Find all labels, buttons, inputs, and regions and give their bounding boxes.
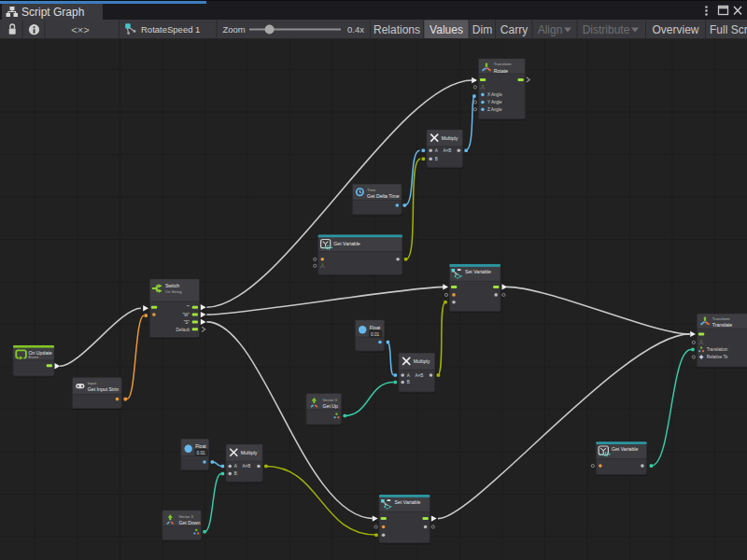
svg-text:Time: Time	[367, 188, 376, 192]
svg-text:B: B	[435, 157, 438, 161]
svg-text:Dim: Dim	[472, 23, 492, 36]
svg-text:Float: Float	[370, 325, 381, 330]
svg-text:Set Variable: Set Variable	[465, 269, 491, 274]
svg-text:Get Down: Get Down	[178, 520, 200, 525]
svg-text:Multiply: Multiply	[414, 358, 430, 364]
svg-text:Full Scre: Full Scre	[710, 23, 747, 36]
svg-text:Distribute: Distribute	[583, 23, 630, 36]
svg-text:Z Angle: Z Angle	[487, 107, 502, 112]
svg-text:Get Up: Get Up	[323, 403, 339, 409]
svg-text:B: B	[407, 380, 410, 385]
svg-text:Multiply: Multiply	[442, 135, 458, 141]
svg-text:Input: Input	[88, 381, 97, 385]
svg-text:Relations: Relations	[374, 23, 420, 36]
svg-text:Zoom: Zoom	[223, 24, 246, 35]
svg-text:X Angle: X Angle	[487, 92, 502, 97]
svg-text:Transform: Transform	[712, 316, 730, 321]
svg-text:Switch: Switch	[165, 283, 179, 288]
svg-text:A×B: A×B	[243, 464, 251, 469]
svg-text:Float: Float	[195, 443, 206, 449]
svg-text:Script Graph: Script Graph	[21, 6, 84, 19]
svg-text:Get Input Strin: Get Input Strin	[88, 386, 120, 392]
svg-text:0.01: 0.01	[196, 451, 205, 455]
svg-text:RotateSpeed 1: RotateSpeed 1	[141, 24, 200, 35]
svg-text:0.01: 0.01	[371, 332, 380, 337]
svg-text:Multiply: Multiply	[241, 450, 258, 455]
svg-text:Y Angle: Y Angle	[487, 100, 502, 105]
svg-text:Translate: Translate	[712, 322, 733, 328]
svg-text:B: B	[234, 471, 237, 476]
svg-text:Vector 3: Vector 3	[323, 398, 338, 402]
svg-text:Get Delta Time: Get Delta Time	[367, 193, 400, 199]
svg-text:"S": "S"	[184, 320, 190, 325]
svg-text:A×B: A×B	[443, 148, 451, 153]
svg-text:Set Variable: Set Variable	[395, 499, 421, 505]
svg-text:0.4x: 0.4x	[347, 24, 364, 35]
svg-text:Overview: Overview	[652, 23, 698, 36]
svg-text:Get Variable: Get Variable	[612, 446, 639, 452]
svg-text:A×B: A×B	[415, 373, 423, 378]
svg-text:Rotate: Rotate	[494, 68, 508, 74]
svg-text:Translation: Translation	[707, 347, 728, 352]
svg-text:On String: On String	[165, 289, 182, 294]
svg-text:Event: Event	[29, 355, 40, 359]
svg-text:"W": "W"	[182, 313, 190, 317]
svg-text:Carry: Carry	[500, 23, 528, 36]
svg-text:Default: Default	[176, 328, 190, 332]
svg-text:Get Variable: Get Variable	[333, 241, 360, 246]
svg-text:Transform: Transform	[494, 62, 512, 66]
svg-text:Values: Values	[430, 23, 463, 36]
svg-text:Relative To: Relative To	[707, 355, 728, 359]
svg-text:Vector 3: Vector 3	[178, 514, 193, 519]
svg-text:"": ""	[187, 305, 190, 310]
svg-text:<×>: <×>	[71, 24, 89, 35]
svg-text:Align: Align	[538, 23, 563, 36]
